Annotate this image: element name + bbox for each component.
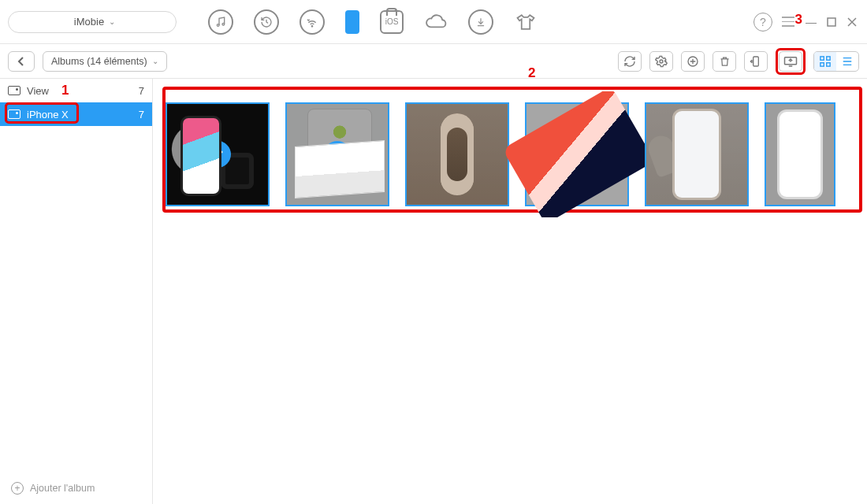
photo-thumbnail[interactable] xyxy=(765,102,835,206)
window-controls: 3 ? — xyxy=(754,13,859,32)
selected-check-icon xyxy=(204,141,231,168)
photo-grid xyxy=(159,91,861,217)
selected-check-icon xyxy=(444,141,471,168)
plus-circle-icon: + xyxy=(11,482,24,495)
selected-check-icon xyxy=(564,141,590,168)
selected-check-icon xyxy=(324,141,351,168)
svg-rect-3 xyxy=(828,18,835,26)
svg-rect-8 xyxy=(820,56,824,59)
brand-label: iMobie xyxy=(74,16,104,28)
sidebar-item-label: View xyxy=(27,85,49,97)
tshirt-skin-icon[interactable] xyxy=(514,10,538,34)
sidebar-item-view[interactable]: View 7 xyxy=(0,79,152,102)
breadcrumb-label: Albums (14 éléments) xyxy=(51,56,147,67)
add-album-button[interactable]: + Ajouter l'album xyxy=(0,472,152,504)
photo-thumbnail[interactable] xyxy=(405,102,509,206)
refresh-button[interactable] xyxy=(618,51,642,72)
music-icon[interactable] xyxy=(208,9,233,35)
svg-rect-10 xyxy=(820,62,824,65)
chevron-down-icon: ⌄ xyxy=(152,57,158,65)
top-category-icons: iOS xyxy=(208,9,746,35)
svg-rect-11 xyxy=(827,62,830,65)
sidebar-item-count: 7 xyxy=(139,109,144,120)
sidebar-item-label: iPhone X xyxy=(27,109,69,120)
photo-thumbnail[interactable] xyxy=(645,102,749,206)
grid-view-button[interactable] xyxy=(814,52,836,71)
svg-point-2 xyxy=(311,25,312,26)
callout-3: 3 xyxy=(795,12,802,28)
window-maximize-icon[interactable] xyxy=(824,15,839,29)
back-button[interactable] xyxy=(8,51,35,72)
ios-transfer-icon[interactable]: iOS xyxy=(380,10,404,34)
delete-button[interactable] xyxy=(713,51,736,72)
selected-check-icon xyxy=(787,141,813,168)
svg-point-4 xyxy=(660,60,663,63)
titlebar: iMobie ⌄ iOS 3 ? — xyxy=(0,0,867,44)
wifi-restore-icon[interactable] xyxy=(300,9,325,35)
window-close-icon[interactable] xyxy=(845,15,859,29)
photo-thumbnail[interactable] xyxy=(166,102,270,206)
brand-dropdown[interactable]: iMobie ⌄ xyxy=(8,11,177,33)
svg-point-0 xyxy=(217,24,219,26)
photo-thumbnail[interactable] xyxy=(285,102,389,206)
content-area xyxy=(153,79,867,504)
add-button[interactable] xyxy=(681,51,705,72)
photo-thumbnail[interactable] xyxy=(525,102,629,206)
add-album-label: Ajouter l'album xyxy=(30,483,95,494)
breadcrumb-dropdown[interactable]: Albums (14 éléments) ⌄ xyxy=(43,51,167,72)
help-icon[interactable]: ? xyxy=(754,13,772,32)
to-computer-button[interactable] xyxy=(779,51,802,72)
picture-icon xyxy=(8,86,20,95)
window-minimize-icon[interactable]: — xyxy=(804,15,818,29)
sidebar-item-count: 7 xyxy=(139,85,144,97)
callout-1: 1 xyxy=(61,83,69,98)
to-device-button[interactable] xyxy=(744,51,768,72)
callout-3-highlight xyxy=(776,48,806,75)
view-mode-toggle xyxy=(813,51,859,72)
sidebar: View 7 iPhone X 7 1 + Ajouter l'album xyxy=(0,79,153,504)
toolbar: Albums (14 éléments) ⌄ 2 xyxy=(0,44,867,79)
settings-button[interactable] xyxy=(649,51,673,72)
sidebar-item-iphonex[interactable]: iPhone X 7 xyxy=(0,102,152,126)
svg-point-1 xyxy=(222,23,225,25)
download-icon[interactable] xyxy=(468,9,493,35)
svg-rect-6 xyxy=(754,57,759,66)
picture-icon xyxy=(8,109,20,119)
selected-check-icon xyxy=(683,141,710,168)
cloud-icon[interactable] xyxy=(424,10,448,34)
chevron-down-icon: ⌄ xyxy=(109,17,115,26)
svg-rect-9 xyxy=(827,56,830,59)
body: View 7 iPhone X 7 1 + Ajouter l'album xyxy=(0,79,867,504)
list-view-button[interactable] xyxy=(836,52,858,71)
history-icon[interactable] xyxy=(254,9,279,35)
device-phone-icon[interactable] xyxy=(345,10,359,34)
